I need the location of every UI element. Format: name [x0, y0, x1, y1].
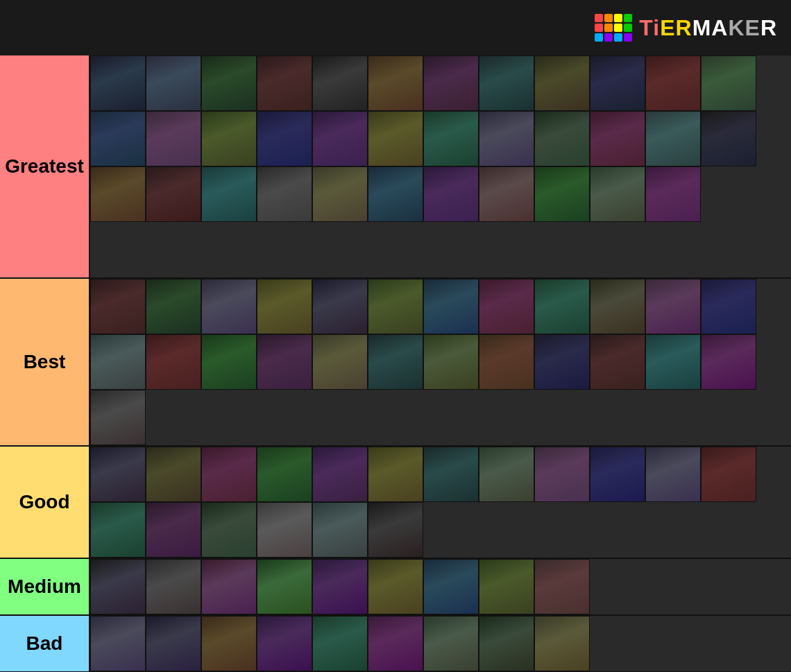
list-item[interactable] [146, 55, 201, 111]
list-item[interactable] [645, 334, 701, 390]
list-item[interactable] [645, 447, 701, 502]
logo-cell [614, 14, 622, 22]
logo-cell [624, 14, 632, 22]
list-item[interactable] [257, 111, 312, 166]
list-item[interactable] [257, 616, 312, 671]
list-item[interactable] [701, 334, 756, 390]
list-item[interactable] [90, 111, 146, 166]
list-item[interactable] [312, 559, 368, 614]
list-item[interactable] [90, 390, 146, 445]
list-item[interactable] [312, 279, 368, 334]
list-item[interactable] [257, 559, 312, 614]
list-item[interactable] [423, 166, 479, 222]
list-item[interactable] [645, 111, 701, 166]
list-item[interactable] [534, 334, 590, 390]
list-item[interactable] [534, 279, 590, 334]
list-item[interactable] [257, 502, 312, 558]
list-item[interactable] [312, 166, 368, 222]
list-item[interactable] [590, 111, 645, 166]
list-item[interactable] [146, 616, 201, 671]
list-item[interactable] [590, 55, 645, 111]
list-item[interactable] [479, 111, 534, 166]
list-item[interactable] [423, 559, 479, 614]
list-item[interactable] [257, 279, 312, 334]
list-item[interactable] [146, 502, 201, 558]
tier-label-best: Best [0, 279, 89, 445]
list-item[interactable] [479, 334, 534, 390]
list-item[interactable] [479, 279, 534, 334]
list-item[interactable] [423, 55, 479, 111]
list-item[interactable] [534, 111, 590, 166]
list-item[interactable] [368, 55, 423, 111]
list-item[interactable] [534, 559, 590, 614]
list-item[interactable] [368, 616, 423, 671]
list-item[interactable] [701, 279, 756, 334]
list-item[interactable] [201, 616, 257, 671]
list-item[interactable] [201, 502, 257, 558]
list-item[interactable] [146, 279, 201, 334]
list-item[interactable] [312, 334, 368, 390]
list-item[interactable] [146, 559, 201, 614]
list-item[interactable] [479, 559, 534, 614]
list-item[interactable] [534, 166, 590, 222]
list-item[interactable] [146, 111, 201, 166]
list-item[interactable] [146, 166, 201, 222]
list-item[interactable] [479, 616, 534, 671]
list-item[interactable] [534, 616, 590, 671]
list-item[interactable] [479, 447, 534, 502]
list-item[interactable] [257, 447, 312, 502]
list-item[interactable] [368, 279, 423, 334]
list-item[interactable] [201, 111, 257, 166]
list-item[interactable] [90, 502, 146, 558]
list-item[interactable] [701, 447, 756, 502]
list-item[interactable] [423, 447, 479, 502]
list-item[interactable] [201, 559, 257, 614]
list-item[interactable] [201, 279, 257, 334]
list-item[interactable] [90, 559, 146, 614]
list-item[interactable] [368, 502, 423, 558]
list-item[interactable] [90, 616, 146, 671]
list-item[interactable] [645, 279, 701, 334]
list-item[interactable] [201, 166, 257, 222]
list-item[interactable] [479, 55, 534, 111]
logo-cell [624, 24, 632, 32]
list-item[interactable] [90, 334, 146, 390]
list-item[interactable] [368, 111, 423, 166]
list-item[interactable] [590, 166, 645, 222]
list-item[interactable] [312, 55, 368, 111]
list-item[interactable] [368, 447, 423, 502]
list-item[interactable] [257, 55, 312, 111]
list-item[interactable] [312, 502, 368, 558]
list-item[interactable] [146, 447, 201, 502]
list-item[interactable] [312, 447, 368, 502]
list-item[interactable] [423, 334, 479, 390]
list-item[interactable] [146, 334, 201, 390]
list-item[interactable] [201, 55, 257, 111]
list-item[interactable] [257, 166, 312, 222]
list-item[interactable] [90, 55, 146, 111]
list-item[interactable] [534, 447, 590, 502]
list-item[interactable] [590, 279, 645, 334]
list-item[interactable] [423, 279, 479, 334]
list-item[interactable] [645, 55, 701, 111]
list-item[interactable] [90, 447, 146, 502]
list-item[interactable] [645, 166, 701, 222]
list-item[interactable] [90, 279, 146, 334]
list-item[interactable] [201, 447, 257, 502]
list-item[interactable] [590, 447, 645, 502]
list-item[interactable] [368, 334, 423, 390]
list-item[interactable] [201, 334, 257, 390]
list-item[interactable] [590, 334, 645, 390]
list-item[interactable] [701, 111, 756, 166]
list-item[interactable] [312, 111, 368, 166]
list-item[interactable] [368, 559, 423, 614]
list-item[interactable] [257, 334, 312, 390]
list-item[interactable] [701, 55, 756, 111]
list-item[interactable] [534, 55, 590, 111]
list-item[interactable] [423, 111, 479, 166]
list-item[interactable] [368, 166, 423, 222]
list-item[interactable] [90, 166, 146, 222]
list-item[interactable] [479, 166, 534, 222]
list-item[interactable] [423, 616, 479, 671]
list-item[interactable] [312, 616, 368, 671]
